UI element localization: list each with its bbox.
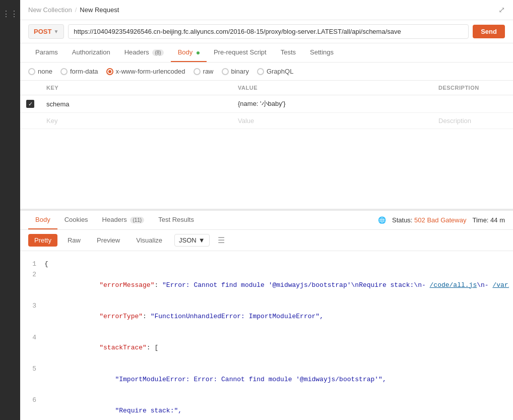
status-label: Status: 502 Bad Gateway	[392, 216, 466, 224]
top-bar: New Collection / New Request ⤢	[20, 0, 513, 20]
format-type-select[interactable]: JSON ▼	[174, 234, 210, 247]
format-pretty-button[interactable]: Pretty	[28, 234, 57, 247]
json-line-3: 3 "errorType": "FunctionUnhandledError: …	[20, 301, 513, 332]
response-tab-cookies[interactable]: Cookies	[57, 211, 95, 229]
request-tabs-row: Params Authorization Headers (8) Body Pr…	[20, 43, 513, 63]
body-dot	[197, 51, 200, 54]
radio-form-data	[60, 68, 68, 75]
tab-params[interactable]: Params	[28, 43, 65, 62]
row-checkbox[interactable]	[26, 100, 34, 108]
radio-urlencoded	[106, 68, 113, 75]
time-label: Time: 44 m	[472, 216, 505, 224]
link-code-all[interactable]: /code/all.js	[430, 281, 477, 289]
response-tab-body[interactable]: Body	[28, 211, 57, 229]
format-type-chevron: ▼	[199, 236, 205, 244]
top-bar-right: ⤢	[498, 5, 505, 15]
placeholder-row: Key Value Description	[20, 113, 513, 129]
description-cell[interactable]	[432, 95, 513, 113]
table-header-row: KEY VALUE DESCRIPTION	[20, 81, 513, 95]
json-line-4: 4 "stackTrace": [	[20, 333, 513, 364]
tab-body[interactable]: Body	[171, 43, 207, 62]
table-row: schema {name: '小baby'}	[20, 95, 513, 113]
tab-authorization[interactable]: Authorization	[65, 43, 117, 62]
format-visualize-button[interactable]: Visualize	[130, 234, 168, 247]
method-chevron-icon: ▼	[53, 29, 58, 34]
col-value: VALUE	[232, 81, 432, 95]
col-key: KEY	[40, 81, 232, 95]
option-x-www-form-urlencoded[interactable]: x-www-form-urlencoded	[106, 68, 185, 75]
expand-icon[interactable]: ⤢	[498, 6, 505, 14]
option-graphql[interactable]: GraphQL	[257, 68, 293, 75]
tab-tests[interactable]: Tests	[274, 43, 303, 62]
params-table: KEY VALUE DESCRIPTION schema {name: '小ba…	[20, 81, 513, 129]
placeholder-description[interactable]: Description	[432, 113, 513, 129]
format-preview-button[interactable]: Preview	[91, 234, 126, 247]
option-none[interactable]: none	[28, 68, 52, 75]
tab-settings[interactable]: Settings	[303, 43, 341, 62]
tab-prerequest[interactable]: Pre-request Script	[207, 43, 274, 62]
json-line-5: 5 "ImportModuleError: Error: Cannot find…	[20, 364, 513, 395]
option-binary[interactable]: binary	[222, 68, 249, 75]
radio-graphql	[257, 68, 264, 75]
method-label: POST	[34, 28, 51, 35]
left-sidebar: ⋮⋮	[0, 0, 20, 420]
format-type-label: JSON	[179, 236, 197, 244]
response-headers-badge: (11)	[130, 217, 144, 223]
json-viewer: 1 { 2 "errorMessage": "Error: Cannot fin…	[20, 251, 513, 420]
json-line-1: 1 {	[20, 259, 513, 270]
method-select[interactable]: POST ▼	[28, 24, 64, 39]
placeholder-value[interactable]: Value	[232, 113, 432, 129]
breadcrumb: New Collection / New Request	[28, 6, 119, 14]
globe-icon: 🌐	[378, 216, 386, 224]
url-input[interactable]	[68, 24, 469, 39]
empty-body-area	[20, 129, 513, 210]
format-raw-button[interactable]: Raw	[61, 234, 87, 247]
collection-link[interactable]: New Collection	[28, 6, 72, 14]
request-name: New Request	[80, 6, 119, 14]
option-form-data[interactable]: form-data	[60, 68, 98, 75]
headers-badge: (8)	[152, 49, 163, 56]
col-description: DESCRIPTION	[432, 81, 513, 95]
key-cell[interactable]: schema	[40, 95, 232, 113]
breadcrumb-separator: /	[75, 6, 77, 14]
tab-headers[interactable]: Headers (8)	[117, 43, 171, 62]
radio-binary	[222, 68, 229, 75]
response-area: Body Cookies Headers (11) Test Results 🌐…	[20, 210, 513, 420]
sidebar-drag-icon: ⋮⋮	[0, 6, 21, 22]
body-options: none form-data x-www-form-urlencoded raw…	[20, 63, 513, 81]
col-checkbox	[20, 81, 40, 95]
radio-raw	[194, 68, 201, 75]
response-status: 🌐 Status: 502 Bad Gateway Time: 44 m	[378, 216, 505, 224]
main-content: New Collection / New Request ⤢ POST ▼ Se…	[20, 0, 513, 420]
response-tab-test-results[interactable]: Test Results	[151, 211, 201, 229]
response-tab-headers[interactable]: Headers (11)	[95, 211, 152, 229]
json-line-2: 2 "errorMessage": "Error: Cannot find mo…	[20, 270, 513, 301]
status-code: 502 Bad Gateway	[414, 216, 466, 224]
response-tabs-row: Body Cookies Headers (11) Test Results 🌐…	[20, 211, 513, 230]
json-line-6: 6 "Require stack:",	[20, 395, 513, 420]
placeholder-key[interactable]: Key	[40, 113, 232, 129]
value-cell[interactable]: {name: '小baby'}	[232, 95, 432, 113]
send-button[interactable]: Send	[473, 25, 505, 38]
filter-icon[interactable]: ☰	[218, 235, 225, 245]
radio-none	[28, 68, 35, 75]
format-row: Pretty Raw Preview Visualize JSON ▼ ☰	[20, 230, 513, 251]
option-raw[interactable]: raw	[194, 68, 214, 75]
request-bar: POST ▼ Send	[20, 20, 513, 43]
link-bootstrap-1[interactable]: /var/fc/runtime/nodejs12/bootstrap.js	[492, 281, 509, 289]
